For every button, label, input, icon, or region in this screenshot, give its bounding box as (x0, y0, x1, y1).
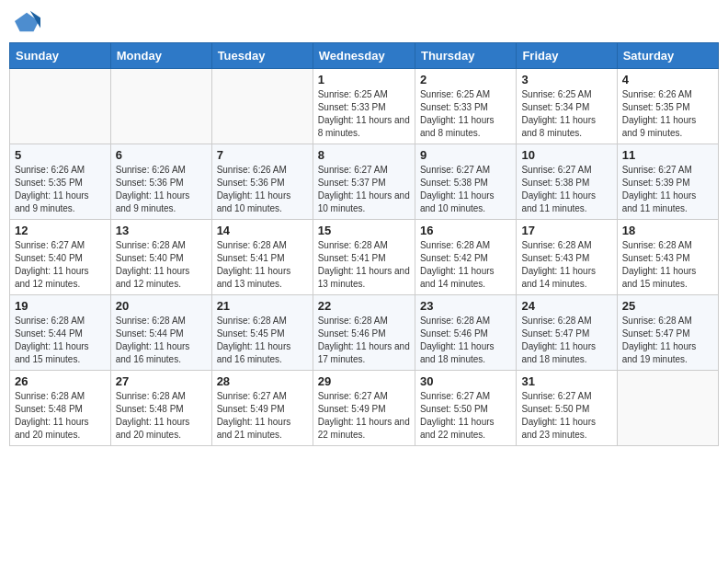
day-number: 13 (116, 224, 207, 237)
day-of-week-header: Wednesday (313, 43, 415, 69)
day-number: 28 (217, 374, 308, 388)
day-info: Sunrise: 6:27 AM Sunset: 5:37 PM Dayligh… (318, 164, 410, 215)
day-number: 24 (521, 299, 611, 313)
day-number: 22 (318, 299, 410, 313)
day-number: 5 (15, 148, 106, 162)
calendar-cell (10, 69, 111, 144)
day-info: Sunrise: 6:28 AM Sunset: 5:41 PM Dayligh… (318, 239, 410, 291)
calendar-cell: 9Sunrise: 6:27 AM Sunset: 5:38 PM Daylig… (415, 144, 516, 220)
day-number: 1 (318, 73, 410, 86)
day-info: Sunrise: 6:28 AM Sunset: 5:40 PM Dayligh… (116, 239, 207, 291)
day-number: 12 (15, 224, 106, 237)
day-info: Sunrise: 6:28 AM Sunset: 5:43 PM Dayligh… (622, 239, 713, 291)
day-info: Sunrise: 6:28 AM Sunset: 5:47 PM Dayligh… (622, 315, 713, 366)
day-number: 7 (217, 148, 308, 162)
calendar-cell: 31Sunrise: 6:27 AM Sunset: 5:50 PM Dayli… (517, 371, 617, 446)
day-info: Sunrise: 6:25 AM Sunset: 5:33 PM Dayligh… (420, 88, 511, 140)
calendar-cell: 5Sunrise: 6:26 AM Sunset: 5:35 PM Daylig… (10, 144, 111, 220)
day-number: 23 (420, 299, 511, 313)
day-number: 6 (116, 148, 207, 162)
day-number: 10 (521, 148, 611, 162)
day-number: 25 (622, 299, 713, 313)
day-of-week-header: Thursday (415, 43, 516, 69)
day-info: Sunrise: 6:27 AM Sunset: 5:38 PM Dayligh… (521, 164, 611, 215)
day-number: 30 (420, 374, 511, 388)
day-number: 4 (622, 73, 713, 86)
calendar-week-row: 26Sunrise: 6:28 AM Sunset: 5:48 PM Dayli… (10, 371, 719, 446)
day-number: 27 (116, 374, 207, 388)
day-number: 15 (318, 224, 410, 237)
day-number: 20 (116, 299, 207, 313)
calendar-cell: 18Sunrise: 6:28 AM Sunset: 5:43 PM Dayli… (617, 220, 718, 295)
day-info: Sunrise: 6:28 AM Sunset: 5:47 PM Dayligh… (521, 315, 611, 366)
calendar-cell: 17Sunrise: 6:28 AM Sunset: 5:43 PM Dayli… (517, 220, 617, 295)
calendar-week-row: 1Sunrise: 6:25 AM Sunset: 5:33 PM Daylig… (10, 69, 719, 144)
calendar-header-row: SundayMondayTuesdayWednesdayThursdayFrid… (10, 43, 719, 69)
calendar-cell: 11Sunrise: 6:27 AM Sunset: 5:39 PM Dayli… (617, 144, 718, 220)
day-info: Sunrise: 6:28 AM Sunset: 5:46 PM Dayligh… (318, 315, 410, 366)
day-info: Sunrise: 6:27 AM Sunset: 5:49 PM Dayligh… (217, 390, 308, 442)
day-info: Sunrise: 6:28 AM Sunset: 5:43 PM Dayligh… (521, 239, 611, 291)
calendar-cell: 15Sunrise: 6:28 AM Sunset: 5:41 PM Dayli… (313, 220, 415, 295)
day-info: Sunrise: 6:27 AM Sunset: 5:38 PM Dayligh… (420, 164, 511, 215)
day-number: 11 (622, 148, 713, 162)
day-number: 26 (15, 374, 106, 388)
calendar-cell: 21Sunrise: 6:28 AM Sunset: 5:45 PM Dayli… (211, 295, 313, 371)
day-of-week-header: Monday (110, 43, 211, 69)
day-info: Sunrise: 6:28 AM Sunset: 5:45 PM Dayligh… (217, 315, 308, 366)
day-number: 21 (217, 299, 308, 313)
day-info: Sunrise: 6:28 AM Sunset: 5:41 PM Dayligh… (217, 239, 308, 291)
calendar-cell: 8Sunrise: 6:27 AM Sunset: 5:37 PM Daylig… (313, 144, 415, 220)
calendar-cell: 2Sunrise: 6:25 AM Sunset: 5:33 PM Daylig… (415, 69, 516, 144)
calendar-cell: 20Sunrise: 6:28 AM Sunset: 5:44 PM Dayli… (110, 295, 211, 371)
calendar-cell: 28Sunrise: 6:27 AM Sunset: 5:49 PM Dayli… (211, 371, 313, 446)
calendar-cell: 1Sunrise: 6:25 AM Sunset: 5:33 PM Daylig… (313, 69, 415, 144)
calendar-cell: 14Sunrise: 6:28 AM Sunset: 5:41 PM Dayli… (211, 220, 313, 295)
calendar-cell: 13Sunrise: 6:28 AM Sunset: 5:40 PM Dayli… (110, 220, 211, 295)
logo (13, 9, 40, 35)
day-number: 17 (521, 224, 611, 237)
day-info: Sunrise: 6:27 AM Sunset: 5:49 PM Dayligh… (318, 390, 410, 442)
page-header (9, 9, 719, 35)
calendar-cell: 26Sunrise: 6:28 AM Sunset: 5:48 PM Dayli… (10, 371, 111, 446)
day-number: 19 (15, 299, 106, 313)
day-info: Sunrise: 6:25 AM Sunset: 5:34 PM Dayligh… (521, 88, 611, 140)
day-number: 8 (318, 148, 410, 162)
day-number: 2 (420, 73, 511, 86)
day-number: 3 (521, 73, 611, 86)
calendar-cell: 29Sunrise: 6:27 AM Sunset: 5:49 PM Dayli… (313, 371, 415, 446)
day-number: 9 (420, 148, 511, 162)
day-number: 18 (622, 224, 713, 237)
day-info: Sunrise: 6:27 AM Sunset: 5:50 PM Dayligh… (521, 390, 611, 442)
day-info: Sunrise: 6:26 AM Sunset: 5:36 PM Dayligh… (217, 164, 308, 215)
calendar-cell: 24Sunrise: 6:28 AM Sunset: 5:47 PM Dayli… (517, 295, 617, 371)
day-of-week-header: Friday (517, 43, 617, 69)
day-of-week-header: Saturday (617, 43, 718, 69)
day-of-week-header: Tuesday (211, 43, 313, 69)
calendar-cell: 30Sunrise: 6:27 AM Sunset: 5:50 PM Dayli… (415, 371, 516, 446)
calendar-cell: 27Sunrise: 6:28 AM Sunset: 5:48 PM Dayli… (110, 371, 211, 446)
calendar-week-row: 19Sunrise: 6:28 AM Sunset: 5:44 PM Dayli… (10, 295, 719, 371)
day-number: 31 (521, 374, 611, 388)
day-of-week-header: Sunday (10, 43, 111, 69)
calendar-cell (110, 69, 211, 144)
day-info: Sunrise: 6:27 AM Sunset: 5:40 PM Dayligh… (15, 239, 106, 291)
calendar-cell: 6Sunrise: 6:26 AM Sunset: 5:36 PM Daylig… (110, 144, 211, 220)
calendar-cell: 23Sunrise: 6:28 AM Sunset: 5:46 PM Dayli… (415, 295, 516, 371)
logo-icon (15, 9, 40, 35)
day-info: Sunrise: 6:28 AM Sunset: 5:48 PM Dayligh… (15, 390, 106, 442)
calendar-cell (211, 69, 313, 144)
calendar-week-row: 5Sunrise: 6:26 AM Sunset: 5:35 PM Daylig… (10, 144, 719, 220)
day-info: Sunrise: 6:28 AM Sunset: 5:46 PM Dayligh… (420, 315, 511, 366)
day-number: 29 (318, 374, 410, 388)
day-info: Sunrise: 6:28 AM Sunset: 5:44 PM Dayligh… (116, 315, 207, 366)
day-info: Sunrise: 6:26 AM Sunset: 5:35 PM Dayligh… (622, 88, 713, 140)
day-info: Sunrise: 6:26 AM Sunset: 5:36 PM Dayligh… (116, 164, 207, 215)
calendar-cell (617, 371, 718, 446)
day-info: Sunrise: 6:28 AM Sunset: 5:44 PM Dayligh… (15, 315, 106, 366)
calendar-cell: 10Sunrise: 6:27 AM Sunset: 5:38 PM Dayli… (517, 144, 617, 220)
day-info: Sunrise: 6:27 AM Sunset: 5:50 PM Dayligh… (420, 390, 511, 442)
day-info: Sunrise: 6:28 AM Sunset: 5:48 PM Dayligh… (116, 390, 207, 442)
day-number: 14 (217, 224, 308, 237)
calendar-cell: 12Sunrise: 6:27 AM Sunset: 5:40 PM Dayli… (10, 220, 111, 295)
